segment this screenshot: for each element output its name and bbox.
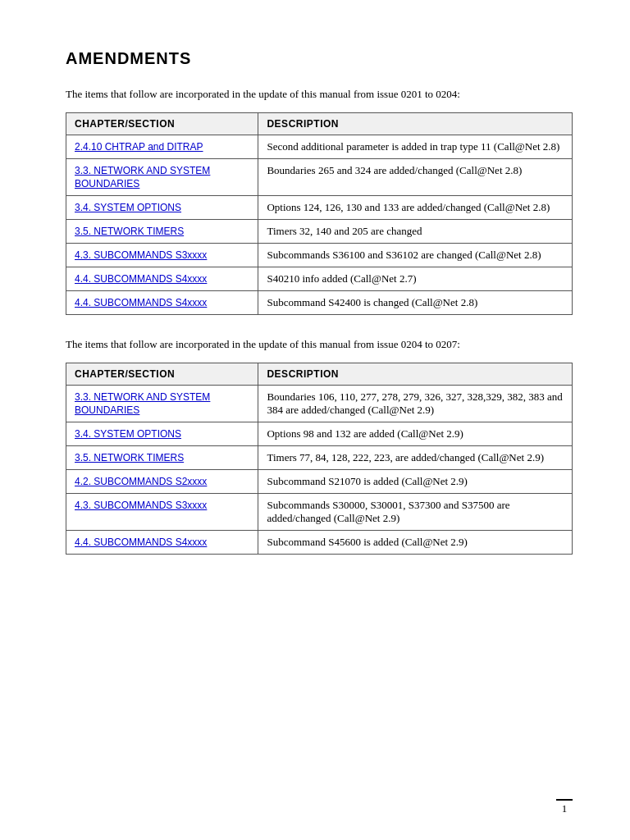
table2-header-section: CHAPTER/SECTION (66, 363, 258, 386)
table-cell: Boundaries 106, 110, 277, 278, 279, 326,… (258, 386, 573, 422)
table-cell: Boundaries 265 and 324 are added/changed… (258, 159, 573, 196)
table2-header-description: DESCRIPTION (258, 363, 573, 386)
table-row: 3.4. SYSTEM OPTIONS Options 124, 126, 13… (66, 196, 573, 220)
table-row: 2.4.10 CHTRAP and DITRAP Second addition… (66, 135, 573, 159)
link-subcommands-s4-1a[interactable]: 4.4. SUBCOMMANDS S4xxxx (75, 273, 207, 285)
table-cell: Timers 77, 84, 128, 222, 223, are added/… (258, 446, 573, 470)
table-row: 3.5. NETWORK TIMERS Timers 32, 140 and 2… (66, 220, 573, 244)
intro-text-1: The items that follow are incorporated i… (66, 88, 573, 101)
link-network-timers-1[interactable]: 3.5. NETWORK TIMERS (75, 226, 184, 237)
table-row: 3.3. NETWORK AND SYSTEM BOUNDARIES Bound… (66, 386, 573, 422)
link-system-options-2[interactable]: 3.4. SYSTEM OPTIONS (75, 428, 181, 440)
table-cell: Options 98 and 132 are added (Call@Net 2… (258, 422, 573, 446)
table-row: 4.2. SUBCOMMANDS S2xxxx Subcommand S2107… (66, 470, 573, 494)
table-row: 3.5. NETWORK TIMERS Timers 77, 84, 128, … (66, 446, 573, 470)
link-network-timers-2[interactable]: 3.5. NETWORK TIMERS (75, 452, 184, 463)
link-subcommands-s2[interactable]: 4.2. SUBCOMMANDS S2xxxx (75, 476, 207, 487)
table-cell: Subcommands S30000, S30001, S37300 and S… (258, 494, 573, 531)
table1-header-description: DESCRIPTION (258, 113, 573, 135)
table-row: 4.3. SUBCOMMANDS S3xxxx Subcommands S300… (66, 494, 573, 531)
table-row: 4.3. SUBCOMMANDS S3xxxx Subcommands S361… (66, 244, 573, 267)
table1-header-section: CHAPTER/SECTION (66, 113, 258, 135)
page-title: AMENDMENTS (66, 49, 573, 68)
table-row: 3.4. SYSTEM OPTIONS Options 98 and 132 a… (66, 422, 573, 446)
link-subcommands-s4-2[interactable]: 4.4. SUBCOMMANDS S4xxxx (75, 536, 207, 548)
link-chtrap[interactable]: 2.4.10 CHTRAP and DITRAP (75, 141, 203, 153)
table-cell: Subcommands S36100 and S36102 are change… (258, 244, 573, 267)
table-row: 4.4. SUBCOMMANDS S4xxxx Subcommand S4240… (66, 291, 573, 315)
table-cell: Subcommand S42400 is changed (Call@Net 2… (258, 291, 573, 315)
link-subcommands-s4-1b[interactable]: 4.4. SUBCOMMANDS S4xxxx (75, 297, 207, 308)
table-cell: Second additional parameter is added in … (258, 135, 573, 159)
link-subcommands-s3-1[interactable]: 4.3. SUBCOMMANDS S3xxxx (75, 249, 207, 261)
table-cell: Timers 32, 140 and 205 are changed (258, 220, 573, 244)
table-cell: Subcommand S21070 is added (Call@Net 2.9… (258, 470, 573, 494)
table-row: 4.4. SUBCOMMANDS S4xxxx S40210 info adde… (66, 267, 573, 291)
link-network-boundaries-2[interactable]: 3.3. NETWORK AND SYSTEM BOUNDARIES (75, 391, 210, 416)
link-system-options-1[interactable]: 3.4. SYSTEM OPTIONS (75, 202, 181, 213)
amendments-table-1: CHAPTER/SECTION DESCRIPTION 2.4.10 CHTRA… (66, 112, 573, 315)
amendments-table-2: CHAPTER/SECTION DESCRIPTION 3.3. NETWORK… (66, 363, 573, 555)
table-row: 3.3. NETWORK AND SYSTEM BOUNDARIES Bound… (66, 159, 573, 196)
page-number: 1 (556, 799, 573, 815)
table-cell: Subcommand S45600 is added (Call@Net 2.9… (258, 531, 573, 555)
table-cell: S40210 info added (Call@Net 2.7) (258, 267, 573, 291)
table-row: 4.4. SUBCOMMANDS S4xxxx Subcommand S4560… (66, 531, 573, 555)
link-subcommands-s3-2[interactable]: 4.3. SUBCOMMANDS S3xxxx (75, 500, 207, 511)
table-cell: Options 124, 126, 130 and 133 are added/… (258, 196, 573, 220)
link-network-boundaries-1[interactable]: 3.3. NETWORK AND SYSTEM BOUNDARIES (75, 165, 210, 189)
intro-text-2: The items that follow are incorporated i… (66, 338, 573, 351)
